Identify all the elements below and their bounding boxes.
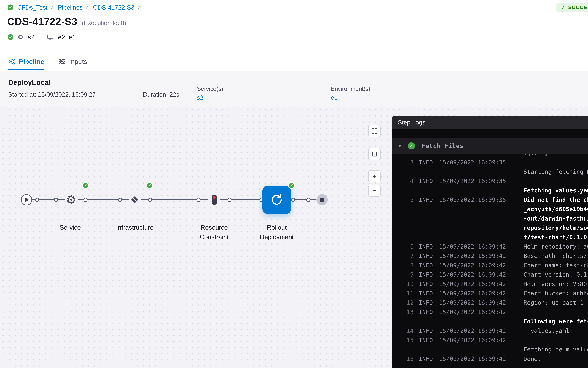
status-text: SUCCESS xyxy=(568,4,588,10)
rollout-deployment-step-label: Rollout Deployment xyxy=(256,223,297,242)
log-step-section[interactable]: ▾ ✓ Fetch Files ↑ ↓ 9s xyxy=(392,138,588,154)
stage-duration: Duration: 22s xyxy=(143,91,179,98)
environment-icon xyxy=(47,34,54,41)
resource-constraint-icon xyxy=(213,196,216,199)
stage-summary-bar: DeployLocal Started at: 15/09/2022, 16:0… xyxy=(0,71,588,107)
inputs-icon xyxy=(58,58,66,65)
breadcrumb-link-pipeline[interactable]: CDS-41722-S3 xyxy=(93,4,134,11)
breadcrumb-separator: > xyxy=(86,4,89,10)
services-label: Service(s) xyxy=(197,85,223,92)
edge-port xyxy=(84,198,88,202)
edge-port xyxy=(148,198,152,202)
services-value-link[interactable]: s2 xyxy=(197,94,203,101)
log-row: 9INFO15/09/2022 16:09:42Chart version: 0… xyxy=(405,270,588,279)
status-badge: ✓ SUCCESS xyxy=(557,3,588,12)
gear-icon: ⚙ xyxy=(66,193,76,207)
resource-constraint-step-label: Resource Constraint xyxy=(194,223,235,242)
log-lines: .git" }3INFO15/09/2022 16:09:35Starting … xyxy=(392,154,588,368)
canvas-fullscreen-button[interactable] xyxy=(368,125,380,137)
check-icon: ✓ xyxy=(561,5,566,10)
log-row: 13INFO15/09/2022 16:09:42 xyxy=(405,307,588,317)
rollout-success-badge: ✓ xyxy=(288,182,295,189)
edge-line xyxy=(220,199,263,200)
edge-port xyxy=(291,198,295,202)
log-row: 4INFO15/09/2022 16:09:35 xyxy=(405,176,588,186)
tab-pipeline-label: Pipeline xyxy=(19,58,44,65)
edge-port xyxy=(35,198,39,202)
environment-tag: e2, e1 xyxy=(58,34,76,41)
log-row: 14INFO15/09/2022 16:09:42- values.yaml xyxy=(405,326,588,336)
title-row: CDS-41722-S3 (Execution Id: 8) xyxy=(7,16,126,27)
breadcrumb-separator: > xyxy=(51,4,54,10)
page-title: CDS-41722-S3 xyxy=(7,16,77,27)
service-icon: ⚙ xyxy=(18,34,24,40)
zoom-out-button[interactable]: − xyxy=(368,184,380,197)
step-logs-panel: Step Logs Console View ▾ ✓ Fetch Files ↑ xyxy=(392,116,588,368)
edge-port xyxy=(54,198,58,202)
log-row: 6INFO15/09/2022 16:09:42Helm repository:… xyxy=(405,242,588,251)
step-logs-header: Step Logs Console View xyxy=(392,116,588,129)
log-spacer xyxy=(392,129,588,138)
tab-pipeline[interactable]: Pipeline xyxy=(8,53,44,70)
service-step-node[interactable]: ⚙ xyxy=(64,193,78,207)
breadcrumb-link-pipelines[interactable]: Pipelines xyxy=(58,4,83,11)
log-row: 3INFO15/09/2022 16:09:35 xyxy=(405,158,588,167)
tab-inputs[interactable]: Inputs xyxy=(58,53,87,70)
log-row: 10INFO15/09/2022 16:09:42Helm version: V… xyxy=(405,279,588,289)
rollout-icon xyxy=(270,193,283,206)
execution-page: CFDs_Test > Pipelines > CDS-41722-S3 > ✓… xyxy=(0,0,588,368)
play-icon xyxy=(25,197,29,202)
log-row: 12INFO15/09/2022 16:09:42Region: us-east… xyxy=(405,298,588,307)
breadcrumb-row: CFDs_Test > Pipelines > CDS-41722-S3 > ✓… xyxy=(0,0,588,12)
log-row: 11INFO15/09/2022 16:09:42Chart bucket: a… xyxy=(405,289,588,298)
infrastructure-success-badge: ✓ xyxy=(146,182,153,189)
log-row: Fetching values.yaml from helm chart rep… xyxy=(405,186,588,195)
service-tag: s2 xyxy=(28,34,34,41)
edge-port xyxy=(228,198,232,202)
breadcrumb-link-project[interactable]: CFDs_Test xyxy=(17,4,47,11)
log-row: Following were fetched successfully : xyxy=(405,317,588,326)
edge-port xyxy=(118,198,122,202)
log-row: Fetching helm values completed successfu… xyxy=(405,345,588,354)
zoom-in-button[interactable]: + xyxy=(368,170,380,183)
breadcrumb: CFDs_Test > Pipelines > CDS-41722-S3 > xyxy=(7,4,141,11)
service-success-badge: ✓ xyxy=(82,182,89,189)
cd-module-icon xyxy=(7,4,14,11)
step-success-icon: ✓ xyxy=(408,142,415,149)
environments-value-link[interactable]: e1 xyxy=(331,94,338,101)
stop-icon xyxy=(320,198,324,202)
resource-constraint-step-node[interactable] xyxy=(212,195,217,205)
stage-started-at: Started at: 15/09/2022, 16:09:27 xyxy=(8,91,96,98)
environments-label: Environment(s) xyxy=(331,85,370,92)
log-row: 7INFO15/09/2022 16:09:42Base Path: chart… xyxy=(405,251,588,261)
cd-module-icon xyxy=(7,34,14,40)
edge-port xyxy=(196,198,200,202)
execution-header-actions: ✓ SUCCESS Start time 15/09/2022 16:09:26… xyxy=(557,1,588,13)
tabs: Pipeline Inputs xyxy=(8,53,87,70)
log-row: 16INFO15/09/2022 16:09:42Done. xyxy=(405,354,588,364)
stage-name: DeployLocal xyxy=(8,78,50,86)
execution-id: (Execution Id: 8) xyxy=(82,19,126,27)
infrastructure-step-node[interactable]: ❖ xyxy=(128,193,142,207)
chevron-down-icon[interactable]: ▾ xyxy=(398,143,401,149)
service-step-label: Service xyxy=(45,223,96,232)
pipeline-end-node[interactable] xyxy=(316,194,328,205)
pipeline-icon xyxy=(8,58,15,65)
edge-port xyxy=(306,198,311,202)
log-row: 5INFO15/09/2022 16:09:35Did not find the… xyxy=(405,195,588,242)
tab-bar: Pipeline Inputs Console View xyxy=(0,53,588,70)
canvas-fit-view-button[interactable] xyxy=(368,148,380,160)
breadcrumb-separator: > xyxy=(138,4,141,10)
infrastructure-step-label: Infrastructure xyxy=(109,223,160,232)
tab-inputs-label: Inputs xyxy=(69,58,87,65)
log-row: 15INFO15/09/2022 16:09:42 xyxy=(405,336,588,345)
step-name: Fetch Files xyxy=(422,142,464,149)
meta-row: ⚙ s2 e2, e1 Admin xyxy=(0,32,588,42)
rollout-deployment-step-node[interactable] xyxy=(263,185,291,214)
infrastructure-icon: ❖ xyxy=(131,194,139,205)
step-logs-title: Step Logs xyxy=(398,119,425,126)
log-row: .git" } xyxy=(405,154,588,158)
pipeline-start-node[interactable] xyxy=(21,194,32,205)
log-row: 8INFO15/09/2022 16:09:42Chart name: test… xyxy=(405,261,588,270)
log-row: Starting fetching Helm values xyxy=(405,167,588,177)
